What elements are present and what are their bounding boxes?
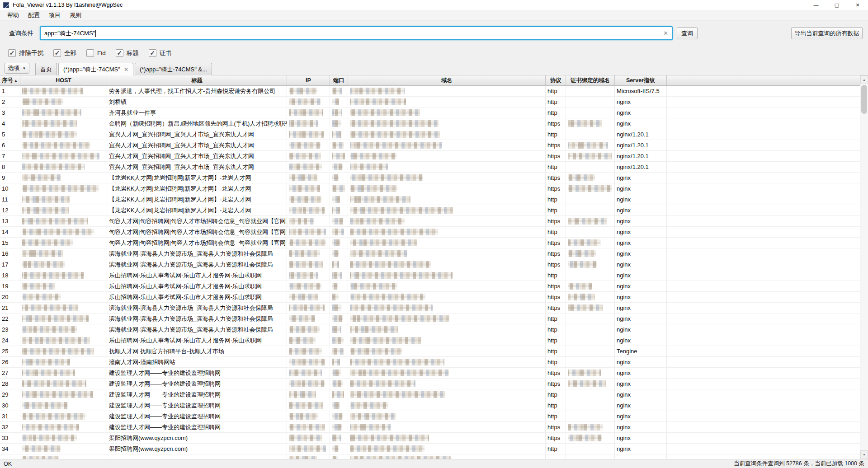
table-row[interactable]: 14句容人才网|句容招聘网|句容人才市场招聘会信息_句容就业网【官网】httpn… <box>0 227 860 238</box>
filter-checkbox-exclude-noise[interactable]: ✓排除干扰 <box>8 49 43 57</box>
scrollbar-down-button[interactable]: ▼ <box>860 450 868 459</box>
tab-close-icon[interactable]: ✕ <box>124 66 128 73</box>
tab-home[interactable]: 首页 <box>35 63 57 75</box>
cell-cert-domain <box>566 216 615 226</box>
cell-ip <box>287 335 330 346</box>
redacted-port <box>332 304 341 311</box>
clear-query-icon[interactable]: ✕ <box>663 30 668 37</box>
table-row[interactable] <box>0 454 860 459</box>
menu-item-rules[interactable]: 规则 <box>65 10 86 21</box>
cell-server: nginx <box>615 433 667 443</box>
filter-checkbox-cert[interactable]: ✓证书 <box>149 49 172 57</box>
options-button[interactable]: 选项 ▼ <box>5 63 29 74</box>
table-row[interactable]: 1劳务派遣，人事代理，找工作招人才-贵州森悦宏谦劳务有限公司httpMicros… <box>0 86 860 97</box>
table-row[interactable]: 2刘桥镇httpnginx <box>0 97 860 108</box>
redacted-cert <box>568 120 602 127</box>
export-button[interactable]: 导出当前查询的所有数据 <box>791 27 863 39</box>
column-header-protocol[interactable]: 协议 <box>546 75 566 85</box>
column-header-domain[interactable]: 域名 <box>348 75 546 85</box>
menu-item-help[interactable]: 帮助 <box>3 10 24 21</box>
redacted-ip <box>289 229 326 235</box>
table-row[interactable]: 32建设监理人才网——专业的建设监理招聘网httpsnginx <box>0 422 860 433</box>
table-row[interactable]: 34渠阳招聘网(www.qyzpcn.com)httpnginx <box>0 444 860 454</box>
table-row[interactable]: 10【龙岩KK人才网|龙岩招聘网|新罗人才网】-龙岩人才网httpsnginx <box>0 183 860 194</box>
table-row[interactable]: 17滨海就业网-滨海县人力资源市场_滨海县人力资源和社会保障局httpsngin… <box>0 259 860 270</box>
table-row[interactable]: 11【龙岩KK人才网|龙岩招聘网|新罗人才网】-龙岩人才网httpnginx <box>0 194 860 205</box>
cell-port <box>330 368 348 378</box>
table-row[interactable]: 7宜兴人才网_宜兴招聘网_宜兴人才市场_宜兴东氿人才网httpsnginx/1.… <box>0 151 860 162</box>
column-header-server[interactable]: Server指纹 <box>615 75 667 85</box>
table-row[interactable]: 13句容人才网|句容招聘网|句容人才市场招聘会信息_句容就业网【官网】https… <box>0 216 860 227</box>
filter-checkbox-title[interactable]: ✓标题 <box>116 49 139 57</box>
cell-cert-domain <box>566 324 615 335</box>
column-header-title[interactable]: 标题 <box>107 75 287 85</box>
cell-domain <box>348 368 546 378</box>
redacted-cert <box>568 283 592 290</box>
column-header-host[interactable]: HOST <box>20 75 107 85</box>
column-header-cert_domain[interactable]: 证书绑定的域名 <box>566 75 615 85</box>
table-row[interactable]: 18乐山招聘网-乐山人事考试网-乐山市人才服务网-乐山求职网httpnginx <box>0 270 860 281</box>
redacted-host <box>22 424 79 431</box>
cell-port <box>330 422 348 432</box>
table-row[interactable]: 20乐山招聘网-乐山人事考试网-乐山市人才服务网-乐山求职网httpsnginx <box>0 292 860 303</box>
column-header-index[interactable]: 序号▲ <box>0 75 20 85</box>
cell-filler <box>667 357 860 367</box>
tab-label: (*)app="骑士-74CMS" &... <box>140 66 207 74</box>
cell-cert-domain <box>566 238 615 248</box>
close-button[interactable]: ✕ <box>847 0 868 10</box>
maximize-button[interactable]: ▢ <box>826 0 847 10</box>
table-row[interactable]: 12【龙岩KK人才网|龙岩招聘网|新罗人才网】-龙岩人才网httpnginx <box>0 205 860 216</box>
table-row[interactable]: 5宜兴人才网_宜兴招聘网_宜兴人才市场_宜兴东氿人才网httpnginx/1.2… <box>0 129 860 140</box>
checkbox-checked[interactable]: ✓ <box>116 49 123 57</box>
scrollbar-up-button[interactable]: ▲ <box>860 75 868 84</box>
menu-item-config[interactable]: 配置 <box>24 10 44 21</box>
tab-query-active[interactable]: (*)app="骑士-74CMS"✕ <box>58 63 133 75</box>
filter-checkbox-fid[interactable]: Fid <box>86 49 106 57</box>
query-input[interactable]: app="骑士-74CMS" ✕ <box>40 26 673 40</box>
table-row[interactable]: 23滨海就业网-滨海县人力资源市场_滨海县人力资源和社会保障局httpnginx <box>0 324 860 335</box>
table-row[interactable]: 22滨海就业网-滨海县人力资源市场_滨海县人力资源和社会保障局httpnginx <box>0 314 860 324</box>
table-row[interactable]: 6宜兴人才网_宜兴招聘网_宜兴人才市场_宜兴东氿人才网httpsnginx/1.… <box>0 140 860 151</box>
checkbox-checked[interactable]: ✓ <box>8 49 16 57</box>
table-header: 序号▲HOST标题IP端口域名协议证书绑定的域名Server指纹 <box>0 75 868 86</box>
table-row[interactable]: 30建设监理人才网——专业的建设监理招聘网httpnginx <box>0 400 860 411</box>
table-row[interactable]: 31建设监理人才网——专业的建设监理招聘网httpnginx <box>0 411 860 422</box>
table-row[interactable]: 27建设监理人才网——专业的建设监理招聘网httpsnginx <box>0 368 860 379</box>
redacted-ip <box>289 153 321 159</box>
scrollbar-thumb[interactable] <box>861 85 867 114</box>
tab-query-secondary[interactable]: (*)app="骑士-74CMS" &... <box>135 63 212 75</box>
table-row[interactable]: 19乐山招聘网-乐山人事考试网-乐山市人才服务网-乐山求职网httpsnginx <box>0 281 860 292</box>
table-row[interactable]: 8宜兴人才网_宜兴招聘网_宜兴人才市场_宜兴东氿人才网httpnginx/1.2… <box>0 162 860 173</box>
table-row[interactable]: 9【龙岩KK人才网|龙岩招聘网|新罗人才网】-龙岩人才网httpsnginx <box>0 173 860 183</box>
table-row[interactable]: 25抚顺人才网 抚顺官方招聘平台-抚顺人才市场httpTengine <box>0 346 860 357</box>
table-row[interactable]: 26潼南人才网-潼南招聘网站httpnginx <box>0 357 860 368</box>
column-header-ip[interactable]: IP <box>287 75 330 85</box>
vertical-scrollbar[interactable]: ▲ ▼ <box>860 75 868 459</box>
cell-title: 建设监理人才网——专业的建设监理招聘网 <box>107 368 287 378</box>
checkbox-checked[interactable]: ✓ <box>149 49 156 57</box>
table-row[interactable]: 15句容人才网|句容招聘网|句容人才市场招聘会信息_句容就业网【官网】https… <box>0 238 860 248</box>
table-row[interactable]: 33渠阳招聘网(www.qyzpcn.com)httpsnginx <box>0 433 860 444</box>
cell-host <box>20 281 107 291</box>
menu-item-project[interactable]: 项目 <box>44 10 65 21</box>
cell-host <box>20 368 107 378</box>
table-row[interactable]: 24乐山招聘网-乐山人事考试网-乐山市人才服务网-乐山求职网httpnginx <box>0 335 860 346</box>
table-row[interactable]: 16滨海就业网-滨海县人力资源市场_滨海县人力资源和社会保障局httpsngin… <box>0 248 860 259</box>
checkbox-checked[interactable]: ✓ <box>53 49 61 57</box>
column-header-port[interactable]: 端口 <box>330 75 348 85</box>
filter-label: Fid <box>97 50 106 56</box>
redacted-port <box>332 239 340 246</box>
cell-host <box>20 248 107 259</box>
table-row[interactable]: 4金聘网（新嵊招聘网）新昌,嵊州地区领先的网上(手机)人才招聘求职平台https… <box>0 118 860 129</box>
status-text: OK <box>4 461 12 467</box>
checkbox-unchecked[interactable] <box>86 49 94 57</box>
cell-ip <box>287 248 330 259</box>
table-row[interactable]: 21滨海就业网-滨海县人力资源市场_滨海县人力资源和社会保障局httpsngin… <box>0 303 860 314</box>
search-button[interactable]: 查询 <box>677 27 698 39</box>
table-row[interactable]: 28建设监理人才网——专业的建设监理招聘网httpsnginx <box>0 379 860 389</box>
filter-checkbox-all[interactable]: ✓全部 <box>53 49 76 57</box>
minimize-button[interactable]: — <box>806 0 826 10</box>
cell-domain <box>348 140 546 150</box>
table-row[interactable]: 29建设监理人才网——专业的建设监理招聘网httpnginx <box>0 389 860 400</box>
table-row[interactable]: 3齐河县就业一件事httpnginx <box>0 108 860 118</box>
